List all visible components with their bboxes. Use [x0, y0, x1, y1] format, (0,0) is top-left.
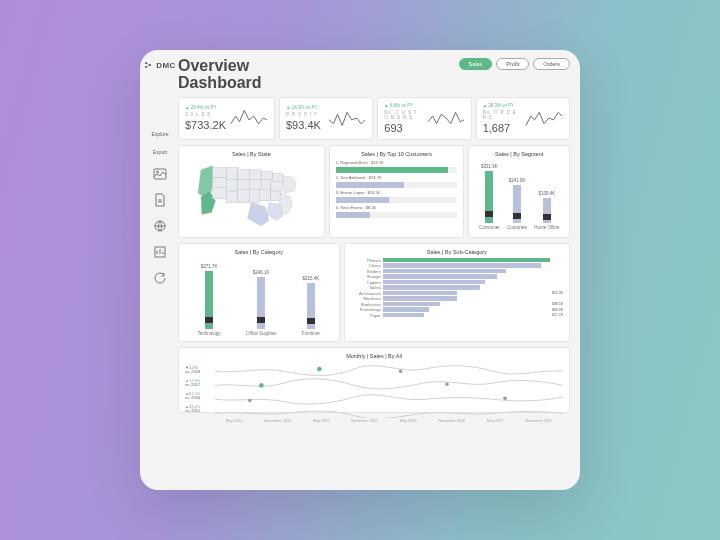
header: OverviewDashboard Sales Profit Orders	[178, 58, 570, 92]
globe-icon[interactable]	[153, 219, 167, 233]
category-col: $246.1KOffice Supplies	[246, 270, 276, 336]
customer-row: 3. Hunter Lopez · $10.5K	[336, 190, 458, 195]
svg-rect-14	[238, 179, 250, 189]
subcat-row: Tables	[351, 285, 563, 290]
row-1: Sales | By State	[178, 145, 570, 238]
sparkline-icon	[427, 106, 465, 130]
svg-rect-11	[226, 179, 238, 191]
subcat-row: Machines	[351, 296, 563, 301]
x-tick: May 2015	[313, 419, 330, 423]
segment-col: $331.9KConsumer	[479, 164, 500, 230]
monthly-chart	[215, 362, 563, 418]
x-tick: November 2014	[264, 419, 291, 423]
subcat-row: Accessories$55.9K	[351, 291, 563, 296]
svg-rect-7	[213, 167, 227, 177]
x-tick: May 2016	[400, 419, 417, 423]
pill-sales[interactable]: Sales	[459, 58, 493, 70]
subcat-row: Chairs	[351, 263, 563, 268]
category-col: $215.4KFurniture	[302, 276, 320, 336]
svg-rect-23	[271, 181, 283, 191]
brand-mark-icon	[144, 60, 154, 70]
subcat-row: Binders	[351, 269, 563, 274]
kpi-row: ▲ 29.4% vs PYS A L E S$733.2K ▲ 14.2% vs…	[178, 97, 570, 140]
panel-segment: Sales | By Segment $331.9KConsumer$241.8…	[468, 145, 570, 238]
svg-rect-21	[259, 189, 271, 201]
svg-point-29	[248, 398, 251, 402]
pill-orders[interactable]: Orders	[533, 58, 570, 70]
svg-rect-18	[249, 189, 259, 203]
kpi-customers: ▲ 8.6% vs PYNo. C U S T O M E R S693	[377, 97, 471, 140]
svg-point-4	[157, 171, 159, 173]
svg-point-30	[503, 396, 506, 400]
panel-monthly: Monthly | Sales | By All ▼1.2%vs. 2018▲1…	[178, 347, 570, 413]
monthly-year-row: ▲33.4%vs. 2015	[185, 405, 215, 414]
pill-profit[interactable]: Profit	[496, 58, 529, 70]
subcat-row: Paper$27.7K	[351, 313, 563, 318]
svg-rect-10	[226, 167, 238, 179]
page-title: OverviewDashboard	[178, 58, 262, 92]
svg-rect-12	[226, 191, 238, 203]
subcat-row: Phones	[351, 258, 563, 263]
svg-point-28	[445, 382, 448, 386]
category-col: $271.7KTechnology	[198, 264, 221, 336]
chart-icon[interactable]	[153, 245, 167, 259]
svg-rect-19	[261, 171, 273, 179]
svg-rect-22	[273, 173, 283, 181]
panel-category: Sales | By Category $271.7KTechnology$24…	[178, 243, 340, 342]
pdf-icon[interactable]	[153, 193, 167, 207]
nav-explore[interactable]: Explore	[149, 132, 171, 138]
nav-export[interactable]: Export	[149, 150, 171, 156]
sparkline-icon	[525, 106, 563, 130]
svg-rect-3	[154, 169, 166, 179]
row-2: Sales | By Category $271.7KTechnology$24…	[178, 243, 570, 342]
sparkline-icon	[328, 106, 366, 130]
image-icon[interactable]	[153, 167, 167, 181]
x-tick: November 2015	[351, 419, 378, 423]
dashboard-app: DMC Explore Export OverviewDashboard Sal…	[140, 50, 580, 490]
subcat-row: Storage	[351, 274, 563, 279]
svg-rect-16	[249, 169, 261, 179]
svg-rect-8	[213, 177, 227, 187]
refresh-icon[interactable]	[153, 271, 167, 285]
svg-rect-15	[238, 189, 250, 203]
svg-point-27	[259, 383, 264, 388]
x-tick: November 2016	[438, 419, 465, 423]
panel-state: Sales | By State	[178, 145, 325, 238]
left-rail: DMC Explore Export	[140, 50, 174, 490]
monthly-year-row: ▲17.9%vs. 2017	[185, 379, 215, 388]
brand-logo: DMC	[144, 60, 176, 70]
svg-rect-20	[261, 179, 271, 189]
panel-top10: Sales | By Top 10 Customers 1. Raymond B…	[329, 145, 465, 238]
monthly-year-row: ▼1.2%vs. 2018	[185, 366, 215, 375]
svg-point-25	[317, 366, 322, 371]
kpi-profit: ▲ 14.2% vs PYP R O F I T$93.4K	[279, 97, 373, 140]
x-tick: November 2017	[525, 419, 552, 423]
svg-rect-13	[238, 169, 250, 179]
segment-col: $159.4KHome Office	[534, 191, 559, 230]
metric-pills: Sales Profit Orders	[459, 58, 570, 70]
customer-row: 4. Sean Harms · $8.2K	[336, 205, 458, 210]
segment-col: $241.8KCorporate	[507, 178, 527, 230]
svg-rect-17	[249, 179, 261, 189]
svg-point-26	[399, 369, 402, 373]
kpi-sales: ▲ 29.4% vs PYS A L E S$733.2K	[178, 97, 275, 140]
svg-rect-24	[271, 191, 281, 201]
us-map	[185, 160, 318, 228]
panel-subcat: Sales | By Sub-Category PhonesChairsBind…	[344, 243, 570, 342]
svg-rect-9	[213, 187, 227, 199]
sparkline-icon	[230, 106, 268, 130]
subcat-row: Bookcases$38.5K	[351, 302, 563, 307]
customer-row: 1. Raymond Buch · $14.2K	[336, 160, 458, 165]
customer-row: 2. Tom Ashbrook · $13.7K	[336, 175, 458, 180]
subcat-row: Furnishings$30.9K	[351, 307, 563, 312]
x-tick: May 2014	[226, 419, 243, 423]
subcat-row: Copiers	[351, 280, 563, 285]
main-area: OverviewDashboard Sales Profit Orders ▲ …	[174, 50, 580, 490]
monthly-year-row: ▲31.5%vs. 2016	[185, 392, 215, 401]
kpi-orders: ▲ 28.3% vs PYNo. O R D E R S1,687	[476, 97, 570, 140]
x-tick: May 2017	[487, 419, 504, 423]
